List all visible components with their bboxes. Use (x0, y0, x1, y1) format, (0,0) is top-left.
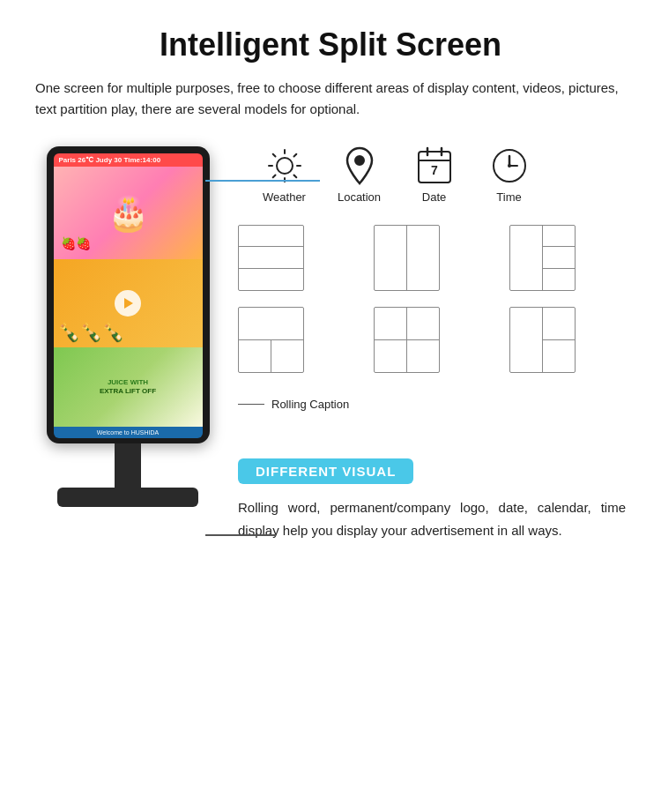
strawberry-decor: 🍓🍓 (61, 236, 91, 250)
location-icon (340, 146, 379, 185)
liftoff-text: JUICE WITH EXTRA LIFT OFF (100, 378, 156, 397)
kiosk-top-bar-text: Paris 26℃ Judy 30 Time:14:00 (59, 156, 161, 164)
annotation-caption-text: Rolling Caption (271, 398, 349, 411)
page-wrapper: Intelligent Split Screen One screen for … (0, 0, 661, 577)
svg-text:7: 7 (431, 163, 438, 177)
kiosk-screen-outer: Paris 26℃ Judy 30 Time:14:00 🍓🍓 🎂 🍾🍾🍾 (47, 146, 210, 443)
layout-cell (375, 226, 407, 290)
layout-left1-right2 (509, 307, 576, 373)
layout-3rows (238, 225, 304, 291)
layout-right3 (509, 225, 576, 291)
svg-line-6 (293, 175, 296, 178)
subtitle: One screen for multiple purposes, free t… (35, 78, 626, 120)
panel-juice: 🍾🍾🍾 (54, 259, 203, 347)
connector-caption-line (205, 534, 276, 536)
annotation-dash (238, 404, 264, 406)
layout-cell (271, 340, 304, 373)
layout-cell (375, 340, 407, 373)
scroll-bar: Welcome to HUSHIDA (54, 427, 203, 438)
panel-cake: 🍓🍓 🎂 (54, 167, 203, 259)
layout-cell (407, 308, 440, 340)
liftoff-line1: JUICE WITH (100, 378, 156, 387)
svg-point-18 (508, 164, 511, 168)
time-icon (490, 146, 529, 185)
kiosk-section: Paris 26℃ Judy 30 Time:14:00 🍓🍓 🎂 🍾🍾🍾 (35, 146, 220, 541)
page-title: Intelligent Split Screen (35, 26, 626, 63)
kiosk-top-bar: Paris 26℃ Judy 30 Time:14:00 (54, 153, 203, 167)
weather-label: Weather (263, 190, 306, 204)
bottom-section: DIFFERENT VISUAL Rolling word, permanent… (238, 458, 626, 541)
layout-cell (407, 340, 440, 373)
layout-cell (543, 247, 576, 268)
bottom-description: Rolling word, permanent/company logo, da… (238, 496, 626, 541)
icons-row: Weather Location (238, 146, 626, 204)
icon-item-date: 7 Date (397, 146, 472, 204)
layout-cell (510, 308, 543, 372)
layout-cell (543, 308, 576, 340)
date-icon: 7 (415, 146, 454, 185)
kiosk-stand-base (57, 488, 198, 507)
layout-cell (239, 340, 271, 373)
annotation-line: Rolling Caption (238, 398, 626, 411)
juice-bottles: 🍾🍾🍾 (58, 322, 124, 343)
svg-point-9 (355, 156, 364, 165)
panel-liftoff: JUICE WITH EXTRA LIFT OFF (54, 347, 203, 427)
date-label: Date (422, 190, 446, 204)
layout-cell (239, 226, 303, 247)
cake-emoji: 🎂 (108, 194, 149, 233)
right-panel: Weather Location (220, 146, 626, 541)
different-visual-badge: DIFFERENT VISUAL (238, 458, 413, 484)
play-triangle-icon (124, 298, 133, 309)
svg-line-7 (293, 154, 296, 157)
location-label: Location (338, 190, 381, 204)
time-label: Time (496, 190, 521, 204)
main-content: Paris 26℃ Judy 30 Time:14:00 🍓🍓 🎂 🍾🍾🍾 (35, 146, 626, 541)
kiosk-screen-inner: Paris 26℃ Judy 30 Time:14:00 🍓🍓 🎂 🍾🍾🍾 (54, 153, 203, 438)
kiosk-stand-neck (115, 443, 141, 488)
layout-top1-bot2 (238, 307, 304, 373)
svg-line-8 (272, 175, 275, 178)
kiosk-display: Paris 26℃ Judy 30 Time:14:00 🍓🍓 🎂 🍾🍾🍾 (35, 146, 220, 507)
annotation-area: Rolling Caption (238, 398, 626, 414)
icon-item-location: Location (322, 146, 397, 204)
icon-item-time: Time (472, 146, 546, 204)
scroll-text: Welcome to HUSHIDA (97, 429, 159, 436)
svg-line-5 (272, 154, 275, 157)
layout-cell (543, 340, 576, 373)
layout-cell (407, 226, 440, 290)
layout-cell (543, 269, 576, 290)
icon-item-weather: Weather (247, 146, 322, 204)
layout-2cols (374, 225, 440, 291)
svg-point-0 (277, 158, 293, 174)
layout-2x2 (374, 307, 440, 373)
connector-weather-line (205, 180, 320, 182)
play-button[interactable] (115, 290, 141, 317)
layout-cell (510, 226, 543, 290)
layout-cell (239, 269, 303, 290)
layout-cell (375, 308, 407, 340)
layouts-grid (238, 225, 626, 373)
layout-cell (543, 226, 576, 247)
layout-cell (239, 308, 303, 340)
layout-cell (239, 247, 303, 268)
liftoff-line2: EXTRA LIFT OFF (100, 387, 156, 395)
